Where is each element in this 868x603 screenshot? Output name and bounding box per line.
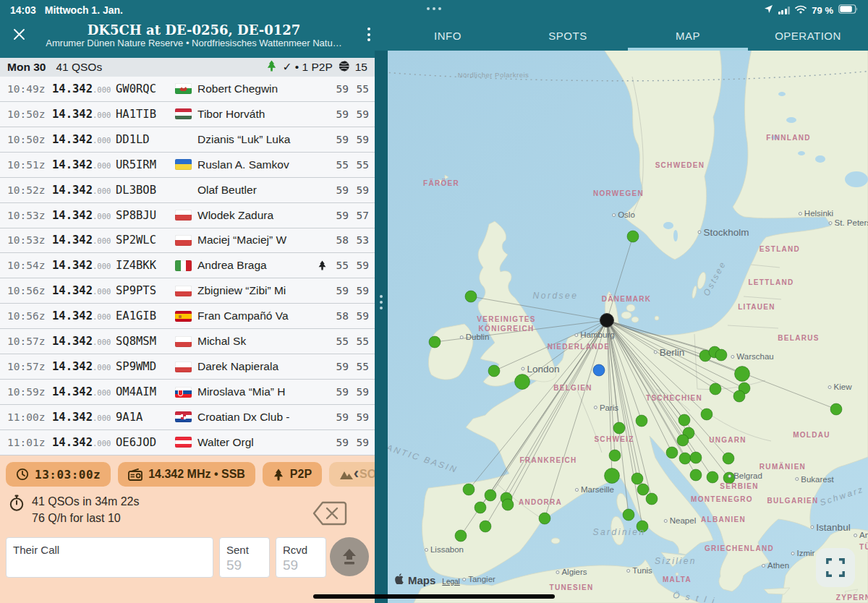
log-qso-button[interactable] (330, 537, 369, 576)
country-flag-icon (175, 235, 192, 246)
radio-icon (128, 469, 142, 481)
their-call-input[interactable]: Their Call (6, 537, 213, 578)
contact-pin (723, 472, 735, 484)
upload-icon (340, 547, 359, 566)
qso-frequency: 14.342.000 (52, 108, 116, 121)
qso-time: 10:57z (7, 335, 52, 347)
qso-row[interactable]: 11:00z 14.342.000 9A1A Croatian Dx Club … (0, 405, 375, 430)
qso-row[interactable]: 10:53z 14.342.000 SP2WLC Maciej “Maciej”… (0, 228, 375, 254)
qso-callsign: GW0RQC (116, 82, 175, 95)
qso-operator-name: Michal Sk (197, 335, 315, 348)
kebab-menu-icon[interactable] (367, 27, 370, 41)
log-day-header: Mon 30 41 QSOs ✓ • 1 P2P 15 (0, 58, 375, 77)
qso-rst-sent: 59 (328, 437, 349, 448)
qso-frequency: 14.342.000 (52, 82, 116, 95)
drag-handle-icon[interactable] (380, 295, 383, 309)
battery-icon (838, 4, 858, 17)
qso-row[interactable]: 10:54z 14.342.000 IZ4BKK Andrea Braga 55… (0, 253, 375, 278)
tree-icon (266, 60, 277, 74)
chips-scroll-chevron-icon[interactable]: ‹ (354, 466, 359, 482)
entry-chips: 13:03:00z14.342 MHz • SSBP2PSOTA (0, 456, 375, 487)
contact-pin (678, 414, 690, 426)
qso-time: 10:50z (7, 134, 52, 145)
rst-sent-input[interactable]: Sent 59 (219, 537, 270, 578)
country-flag-icon (175, 286, 192, 296)
chip-14-342-mhz-ssb[interactable]: 14.342 MHz • SSB (118, 462, 255, 487)
contact-pin (613, 422, 625, 434)
qso-row[interactable]: 10:56z 14.342.000 EA1GIB Fran Campañó Va… (0, 304, 375, 329)
chip-sota[interactable]: SOTA (329, 462, 375, 487)
log-panel: Mon 30 41 QSOs ✓ • 1 P2P 15 10:49z 14.34… (0, 51, 375, 603)
qso-path-line (607, 236, 633, 320)
qso-row[interactable]: 10:51z 14.342.000 UR5IRM Ruslan A. Samko… (0, 153, 375, 178)
qso-rst-sent: 59 (328, 386, 349, 398)
qso-path-line (469, 320, 607, 489)
qso-frequency: 14.342.000 (52, 209, 116, 222)
qso-rst-rcvd: 59 (349, 260, 369, 271)
qso-callsign: UR5IRM (116, 158, 175, 171)
rst-rcvd-input[interactable]: Rcvd 59 (276, 537, 326, 578)
country-flag-icon (175, 83, 192, 94)
qso-row[interactable]: 10:52z 14.342.000 DL3BOB Olaf Beutler 59… (0, 178, 375, 203)
contact-pin (480, 521, 491, 532)
chip-p2p[interactable]: P2P (263, 462, 322, 487)
contact-pin (488, 365, 500, 377)
map-legal-link[interactable]: Legal (442, 578, 459, 586)
qso-row[interactable]: 10:49z 14.342.000 GW0RQC Robert Chegwin … (0, 77, 375, 102)
close-icon[interactable] (13, 28, 25, 43)
tab-info[interactable]: INFO (388, 20, 508, 51)
chip-13-03-00z[interactable]: 13:03:00z (6, 462, 111, 487)
home-indicator[interactable] (313, 594, 555, 599)
qso-operator-name: Darek Napierala (197, 360, 315, 373)
qso-rst-rcvd: 59 (349, 437, 369, 448)
contact-pin (690, 452, 702, 463)
fullscreen-button[interactable] (816, 548, 855, 587)
contact-pin (463, 484, 475, 495)
contact-pin (637, 521, 648, 532)
qso-callsign: IZ4BKK (116, 259, 175, 272)
country-flag-icon (175, 437, 192, 448)
qso-time: 10:56z (7, 310, 52, 322)
qso-row[interactable]: 10:50z 14.342.000 HA1TIB Tibor Horváth 5… (0, 102, 375, 127)
contact-pin (636, 415, 647, 427)
tab-map[interactable]: MAP (628, 20, 748, 51)
contact-pin (707, 471, 718, 483)
map-view[interactable]: FÄRÖERNORWEGENSCHWEDENFINNLANDESTLANDLET… (388, 51, 868, 603)
qso-row[interactable]: 10:50z 14.342.000 DD1LD Dzianis “Luk” Lu… (0, 127, 375, 153)
country-flag-icon (175, 210, 192, 221)
contact-pin (701, 409, 712, 420)
qso-row[interactable]: 10:53z 14.342.000 SP8BJU Wlodek Zadura 5… (0, 203, 375, 228)
qso-callsign: DD1LD (116, 133, 175, 146)
rate-summary: 41 QSOs in 34m 22s (32, 493, 140, 510)
qso-rst-sent: 55 (328, 159, 349, 171)
contact-pin (609, 450, 621, 461)
qso-row[interactable]: 11:01z 14.342.000 OE6JOD Walter Orgl 59 … (0, 430, 375, 456)
map-markers-layer (388, 51, 868, 603)
qso-time: 11:01z (7, 437, 52, 448)
qso-frequency: 14.342.000 (52, 184, 116, 197)
contact-pin (735, 367, 750, 382)
backspace-icon[interactable] (312, 500, 347, 529)
qso-frequency: 14.342.000 (52, 411, 116, 424)
tab-spots[interactable]: SPOTS (508, 20, 628, 51)
qso-frequency: 14.342.000 (52, 335, 116, 348)
qso-row[interactable]: 10:57z 14.342.000 SQ8MSM Michal Sk 55 55 (0, 329, 375, 354)
qso-rst-sent: 59 (328, 83, 349, 95)
qso-row[interactable]: 10:57z 14.342.000 SP9WMD Darek Napierala… (0, 354, 375, 380)
qso-row[interactable]: 10:59z 14.342.000 OM4AIM Miroslava “Mia”… (0, 380, 375, 405)
rate-last10: 76 Q/h for last 10 (32, 510, 140, 526)
qso-rst-rcvd: 55 (349, 335, 369, 347)
tab-operation[interactable]: OPERATION (748, 20, 868, 51)
qso-rst-sent: 59 (328, 285, 349, 296)
rst-sent-value: 59 (226, 557, 263, 573)
qso-callsign: SP8BJU (116, 209, 175, 222)
qso-entry-panel: 13:03:00z14.342 MHz • SSBP2PSOTA ‹ 41 QS… (0, 456, 375, 603)
qso-time: 10:51z (7, 159, 52, 171)
qso-time: 10:53z (7, 234, 52, 246)
panel-divider[interactable] (375, 51, 388, 603)
contact-pin (666, 447, 678, 458)
qso-time: 10:57z (7, 361, 52, 372)
qso-frequency: 14.342.000 (52, 259, 116, 272)
country-flag-icon (175, 336, 192, 347)
qso-row[interactable]: 10:56z 14.342.000 SP9PTS Zbigniew “Zibi”… (0, 278, 375, 304)
